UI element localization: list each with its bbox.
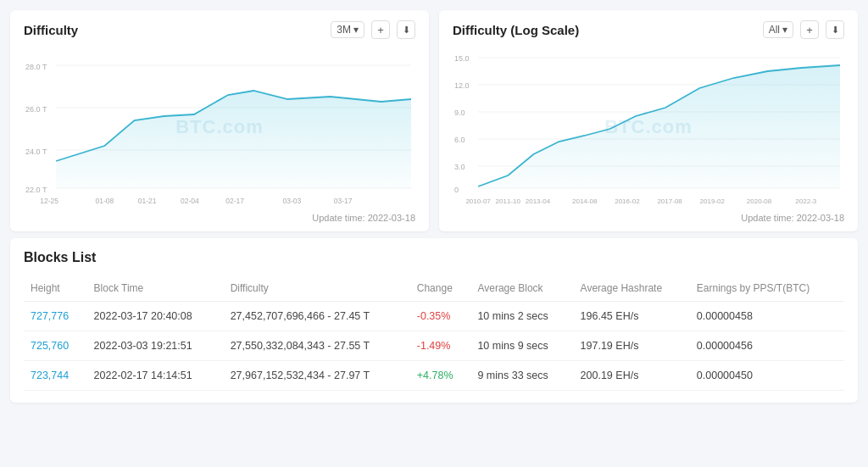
height-link-1[interactable]: 725,760 <box>31 340 69 352</box>
svg-text:2010-07: 2010-07 <box>465 197 491 205</box>
svg-text:12-25: 12-25 <box>40 197 58 205</box>
cell-difficulty-2: 27,967,152,532,434 - 27.97 T <box>224 361 410 391</box>
table-row: 727,776 2022-03-17 20:40:08 27,452,707,6… <box>24 302 844 331</box>
svg-text:01-08: 01-08 <box>96 197 114 205</box>
blocks-table-body: 727,776 2022-03-17 20:40:08 27,452,707,6… <box>24 302 844 391</box>
log-scale-chart-title: Difficulty (Log Scale) <box>453 23 579 37</box>
svg-text:9.0: 9.0 <box>454 108 465 117</box>
blocks-list-title: Blocks List <box>24 250 844 265</box>
chevron-down-icon: ▾ <box>353 24 359 36</box>
svg-text:2011-10: 2011-10 <box>496 197 521 205</box>
blocks-table: Height Block Time Difficulty Change Aver… <box>24 277 844 391</box>
svg-text:2022-3: 2022-3 <box>795 197 817 205</box>
blocks-list-section: Blocks List Height Block Time Difficulty… <box>10 238 858 403</box>
svg-text:03-17: 03-17 <box>334 197 353 205</box>
log-scale-chart-area: 15.0 12.0 9.0 6.0 3.0 0 <box>453 44 844 209</box>
difficulty-chart-area: 28.0 T 26.0 T 24.0 T 22.0 T <box>24 44 415 209</box>
svg-text:6.0: 6.0 <box>454 136 465 144</box>
svg-text:2013-04: 2013-04 <box>526 197 551 205</box>
cell-avg-hashrate-1: 197.19 EH/s <box>574 331 690 361</box>
download-icon: ⬇ <box>832 25 839 36</box>
col-block-time: Block Time <box>87 277 224 302</box>
cell-difficulty-1: 27,550,332,084,343 - 27.55 T <box>224 331 410 361</box>
cell-change-2: +4.78% <box>410 361 471 391</box>
svg-text:0: 0 <box>454 186 459 194</box>
cell-avg-block-0: 10 mins 2 secs <box>470 302 573 331</box>
cell-change-0: -0.35% <box>410 302 471 331</box>
chart-header-difficulty: Difficulty 3M ▾ + ⬇ <box>24 20 415 39</box>
col-difficulty: Difficulty <box>224 277 410 302</box>
zoom-in-icon: + <box>806 24 813 36</box>
height-link-0[interactable]: 727,776 <box>31 310 69 322</box>
log-scale-download-button[interactable]: ⬇ <box>826 20 844 39</box>
svg-text:15.0: 15.0 <box>454 54 470 63</box>
cell-difficulty-0: 27,452,707,696,466 - 27.45 T <box>224 302 410 331</box>
difficulty-update-time: Update time: 2022-03-18 <box>24 213 415 223</box>
col-avg-block: Average Block <box>470 277 573 302</box>
cell-height-1[interactable]: 725,760 <box>24 331 87 361</box>
svg-text:03-03: 03-03 <box>282 197 301 205</box>
cell-avg-block-1: 10 mins 9 secs <box>470 331 573 361</box>
log-scale-chart-controls: All ▾ + ⬇ <box>763 20 844 39</box>
log-scale-time-selector[interactable]: All ▾ <box>763 21 793 38</box>
col-change: Change <box>410 277 471 302</box>
chevron-down-icon: ▾ <box>782 24 787 36</box>
difficulty-time-selector[interactable]: 3M ▾ <box>331 21 364 38</box>
col-avg-hashrate: Average Hashrate <box>574 277 690 302</box>
svg-text:26.0 T: 26.0 T <box>25 105 47 114</box>
svg-text:2017-08: 2017-08 <box>657 197 682 205</box>
cell-change-1: -1.49% <box>410 331 471 361</box>
cell-earnings-2: 0.00000450 <box>690 361 844 391</box>
cell-block-time-1: 2022-03-03 19:21:51 <box>87 331 224 361</box>
cell-avg-hashrate-2: 200.19 EH/s <box>574 361 690 391</box>
difficulty-chart-card: Difficulty 3M ▾ + ⬇ 28.0 T 26.0 T 24.0 T <box>10 10 429 231</box>
cell-avg-block-2: 9 mins 33 secs <box>470 361 573 391</box>
cell-earnings-0: 0.00000458 <box>690 302 844 331</box>
cell-height-0[interactable]: 727,776 <box>24 302 87 331</box>
table-row: 725,760 2022-03-03 19:21:51 27,550,332,0… <box>24 331 844 361</box>
svg-text:02-04: 02-04 <box>181 197 199 205</box>
cell-avg-hashrate-0: 196.45 EH/s <box>574 302 690 331</box>
table-row: 723,744 2022-02-17 14:14:51 27,967,152,5… <box>24 361 844 391</box>
charts-section: Difficulty 3M ▾ + ⬇ 28.0 T 26.0 T 24.0 T <box>0 0 868 238</box>
log-scale-chart-card: Difficulty (Log Scale) All ▾ + ⬇ 15.0 12… <box>439 10 858 231</box>
difficulty-zoom-in-button[interactable]: + <box>371 20 390 39</box>
difficulty-chart-title: Difficulty <box>24 23 78 37</box>
svg-text:28.0 T: 28.0 T <box>25 63 47 71</box>
zoom-in-icon: + <box>377 24 384 36</box>
log-scale-chart-svg: 15.0 12.0 9.0 6.0 3.0 0 <box>453 44 844 209</box>
height-link-2[interactable]: 723,744 <box>31 370 69 381</box>
cell-block-time-2: 2022-02-17 14:14:51 <box>87 361 224 391</box>
svg-text:2014-08: 2014-08 <box>572 197 598 205</box>
log-scale-zoom-in-button[interactable]: + <box>800 20 819 39</box>
svg-text:2019-02: 2019-02 <box>700 197 726 205</box>
chart-header-log: Difficulty (Log Scale) All ▾ + ⬇ <box>453 20 844 39</box>
svg-text:22.0 T: 22.0 T <box>25 186 47 194</box>
svg-text:12.0: 12.0 <box>454 81 470 90</box>
col-height: Height <box>24 277 87 302</box>
difficulty-chart-controls: 3M ▾ + ⬇ <box>331 20 415 39</box>
blocks-table-header: Height Block Time Difficulty Change Aver… <box>24 277 844 302</box>
svg-text:02-17: 02-17 <box>225 197 244 205</box>
svg-text:2020-08: 2020-08 <box>747 197 772 205</box>
cell-height-2[interactable]: 723,744 <box>24 361 87 391</box>
svg-text:01-21: 01-21 <box>138 197 157 205</box>
col-earnings: Earnings by PPS/T(BTC) <box>690 277 844 302</box>
download-icon: ⬇ <box>403 25 410 36</box>
svg-text:3.0: 3.0 <box>454 163 465 171</box>
difficulty-chart-svg: 28.0 T 26.0 T 24.0 T 22.0 T <box>24 44 415 209</box>
svg-text:24.0 T: 24.0 T <box>25 147 47 156</box>
cell-block-time-0: 2022-03-17 20:40:08 <box>87 302 224 331</box>
difficulty-download-button[interactable]: ⬇ <box>397 20 415 39</box>
log-scale-update-time: Update time: 2022-03-18 <box>453 213 844 223</box>
svg-text:2016-02: 2016-02 <box>615 197 640 205</box>
cell-earnings-1: 0.00000456 <box>690 331 844 361</box>
